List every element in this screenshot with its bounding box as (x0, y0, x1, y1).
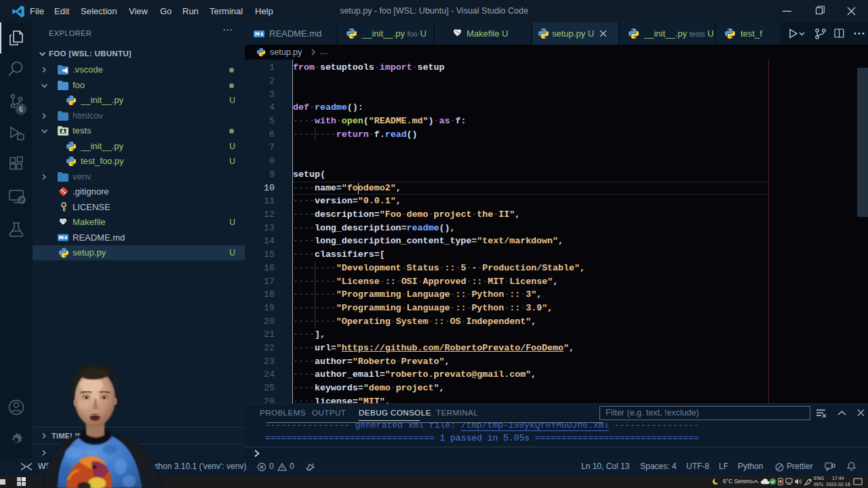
svg-text:6: 6 (19, 105, 23, 113)
